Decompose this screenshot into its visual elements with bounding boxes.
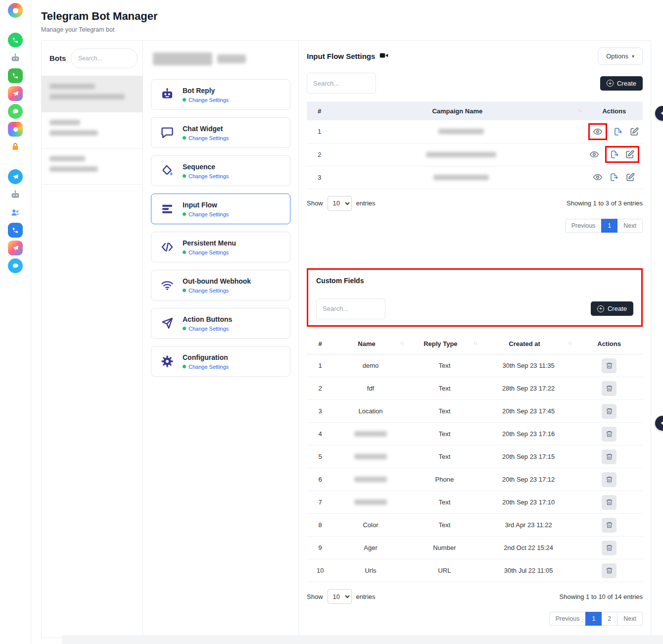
- campaign-row: 1: [307, 120, 643, 143]
- table-row: 2 fdf Text 28th Sep 23 17:22: [307, 377, 643, 400]
- custom-fields-section-annotation: Custom Fields +Create: [307, 268, 643, 327]
- user-group-icon[interactable]: [8, 205, 23, 220]
- change-settings-link[interactable]: Change Settings: [183, 288, 251, 294]
- shopping-bag-icon[interactable]: [8, 140, 23, 154]
- delete-button[interactable]: [602, 427, 616, 442]
- delete-button[interactable]: [602, 563, 616, 578]
- page-1-button[interactable]: 1: [601, 219, 617, 233]
- options-button[interactable]: Options▾: [598, 48, 643, 65]
- status-dot-icon: [183, 174, 186, 178]
- custom-fields-search-input[interactable]: [316, 298, 385, 319]
- column-header-actions: Actions: [586, 101, 643, 120]
- campaign-row-num: 2: [307, 143, 337, 166]
- settings-card-bot-reply[interactable]: Bot Reply Change Settings: [151, 79, 290, 110]
- annotation-box: [605, 146, 639, 163]
- change-settings-link[interactable]: Change Settings: [183, 326, 232, 332]
- edit-icon[interactable]: [629, 126, 640, 137]
- page-size-select[interactable]: 10: [328, 589, 352, 604]
- blurred-field-name: [354, 431, 387, 437]
- bot-list-item[interactable]: [42, 149, 142, 185]
- telegram-multicolor-icon[interactable]: [8, 86, 23, 101]
- bot-list-item[interactable]: [42, 112, 142, 149]
- cf-created-at: 28th Sep 23 17:22: [481, 377, 575, 400]
- create-campaign-button[interactable]: +Create: [600, 76, 643, 91]
- export-icon[interactable]: [613, 126, 623, 137]
- cf-name: [333, 423, 407, 446]
- whatsapp-square-icon[interactable]: [8, 68, 23, 83]
- previous-page-button[interactable]: Previous: [565, 219, 602, 233]
- next-page-button[interactable]: Next: [617, 219, 643, 233]
- previous-page-button[interactable]: Previous: [549, 612, 586, 626]
- bots-search-input[interactable]: [71, 49, 138, 68]
- page-2-button[interactable]: 2: [601, 612, 617, 626]
- view-eye-icon[interactable]: [592, 172, 603, 183]
- next-page-button[interactable]: Next: [617, 612, 643, 626]
- change-settings-link[interactable]: Change Settings: [183, 97, 229, 103]
- telegram-icon[interactable]: [8, 169, 23, 184]
- settings-card-chat-widget[interactable]: Chat Widget Change Settings: [151, 117, 290, 148]
- status-dot-icon: [183, 365, 186, 368]
- settings-card-input-flow[interactable]: Input Flow Change Settings: [151, 194, 290, 224]
- change-settings-link[interactable]: Change Settings: [183, 135, 229, 141]
- view-eye-icon[interactable]: [592, 126, 603, 137]
- delete-button[interactable]: [602, 495, 616, 510]
- custom-fields-pagination: Previous 1 2 Next: [307, 612, 643, 626]
- change-settings-link[interactable]: Change Settings: [183, 211, 229, 217]
- column-header-reply-type[interactable]: Reply Type↑↓: [408, 334, 481, 354]
- settings-card-sequence[interactable]: Sequence Change Settings: [151, 155, 290, 186]
- bot-list-item[interactable]: [42, 76, 142, 112]
- delete-button[interactable]: [602, 518, 616, 533]
- cf-reply-type: Text: [408, 354, 481, 377]
- delete-button[interactable]: [602, 404, 616, 419]
- change-settings-link[interactable]: Change Settings: [183, 173, 229, 179]
- page-1-button[interactable]: 1: [585, 612, 602, 626]
- plus-icon: +: [607, 80, 614, 87]
- column-header-num: #: [307, 334, 333, 354]
- view-eye-icon[interactable]: [589, 149, 600, 160]
- cf-reply-type: URL: [408, 559, 481, 582]
- settings-card-persistent-menu[interactable]: Persistent Menu Change Settings: [151, 232, 290, 262]
- export-icon[interactable]: [609, 149, 620, 160]
- change-settings-link[interactable]: Change Settings: [183, 249, 236, 255]
- edit-icon[interactable]: [625, 172, 636, 183]
- settings-card-configuration[interactable]: Configuration Change Settings: [151, 346, 290, 377]
- card-title: Configuration: [183, 353, 229, 361]
- delete-button[interactable]: [602, 358, 616, 373]
- page-size-select[interactable]: 10: [328, 196, 352, 211]
- cf-name: Location: [333, 400, 407, 423]
- blurred-bot-name: [49, 84, 95, 89]
- whatsapp-icon[interactable]: [8, 33, 23, 48]
- bot-icon-2[interactable]: [8, 187, 23, 202]
- settings-card-outbound-webhook[interactable]: Out-bound Webhook Change Settings: [151, 270, 290, 300]
- edit-icon[interactable]: [624, 149, 635, 160]
- multicolor-app-icon[interactable]: [8, 122, 23, 137]
- cf-num: 9: [307, 537, 333, 559]
- bot-icon[interactable]: [8, 50, 23, 65]
- main-surface: Telegram Bot Manager Manage your Telegra…: [31, 0, 663, 644]
- sort-icon[interactable]: ↑↓: [578, 107, 582, 113]
- input-flow-column: Input Flow Settings Options▾ +Create # C…: [299, 41, 651, 638]
- sort-icon[interactable]: ↑↓: [400, 340, 404, 346]
- column-header-created-at[interactable]: Created at↑↓: [481, 334, 575, 354]
- campaign-search-input[interactable]: [307, 73, 376, 94]
- column-header-actions: Actions: [575, 334, 643, 354]
- export-icon[interactable]: [609, 172, 619, 183]
- create-custom-field-button[interactable]: +Create: [591, 301, 633, 316]
- phone-square-icon[interactable]: [8, 223, 23, 238]
- change-settings-link[interactable]: Change Settings: [183, 364, 229, 370]
- blurred-bot-username: [49, 166, 98, 172]
- delete-button[interactable]: [602, 472, 616, 487]
- column-header-campaign-name[interactable]: Campaign Name↑↓: [337, 101, 585, 120]
- delete-button[interactable]: [602, 449, 616, 464]
- app-logo-icon[interactable]: [8, 3, 23, 18]
- settings-card-action-buttons[interactable]: Action Buttons Change Settings: [151, 308, 290, 339]
- telegram-multicolor-icon-2[interactable]: [8, 241, 23, 255]
- chat-green-icon[interactable]: [8, 104, 23, 119]
- sort-icon[interactable]: ↑↓: [568, 340, 571, 346]
- sort-icon[interactable]: ↑↓: [474, 340, 477, 346]
- cf-name: Urls: [333, 559, 407, 582]
- delete-button[interactable]: [602, 381, 616, 396]
- chat-blue-icon[interactable]: [8, 258, 23, 273]
- column-header-name[interactable]: Name↑↓: [333, 334, 407, 354]
- delete-button[interactable]: [602, 541, 616, 555]
